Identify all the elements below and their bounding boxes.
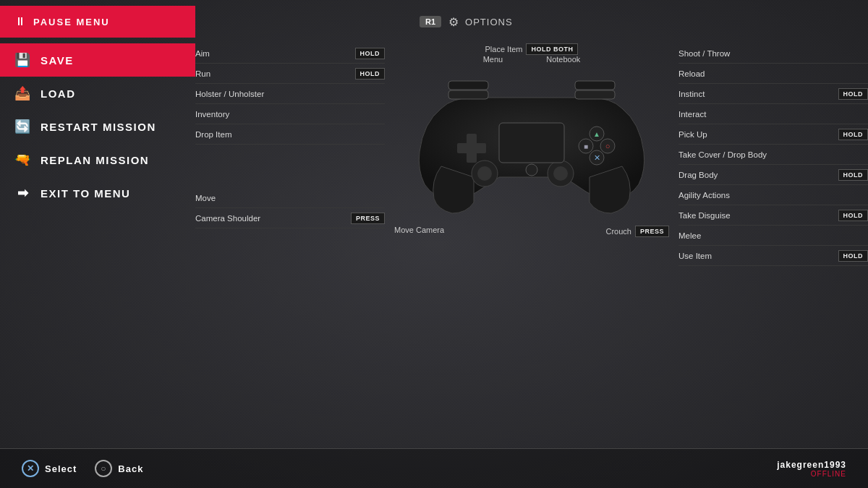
reload-label: Reload [678, 64, 868, 84]
svg-rect-14 [499, 123, 564, 163]
notebook-label: Notebook [546, 55, 580, 64]
replan-label: REPLAN MISSION [41, 154, 149, 166]
circle-button-icon: ○ [95, 460, 112, 477]
svg-point-15 [526, 164, 537, 176]
svg-point-7 [477, 166, 492, 181]
run-label: Run HOLD [195, 64, 385, 84]
holster-label: Holster / Unholster [195, 84, 385, 104]
svg-rect-3 [575, 81, 615, 90]
menu-label: Menu [483, 55, 503, 64]
exit-label: EXIT TO MENU [41, 187, 130, 200]
sidebar-item-load[interactable]: 📤 LOAD [0, 77, 195, 110]
restart-icon: 🔄 [14, 119, 32, 134]
sidebar: 💾 SAVE 📤 LOAD 🔄 RESTART MISSION 🔫 REPLAN… [0, 36, 195, 448]
camera-shoulder-label: Camera Shoulder PRESS [195, 208, 385, 228]
r1-badge: R1 [420, 16, 441, 27]
back-button[interactable]: ○ Back [95, 460, 143, 477]
svg-text:✕: ✕ [594, 153, 600, 162]
load-label: LOAD [41, 87, 76, 100]
drop-item-label: Drop Item [195, 124, 385, 145]
select-button[interactable]: ✕ Select [22, 460, 77, 477]
crouch-group: Crouch PRESS [606, 226, 669, 237]
svg-rect-2 [575, 90, 615, 99]
left-labels: Aim HOLD Run HOLD Holster / Unholster In… [195, 36, 391, 448]
options-icon: ⚙ [448, 15, 459, 29]
melee-label: Melee [678, 226, 868, 246]
sidebar-item-save[interactable]: 💾 SAVE [0, 43, 195, 77]
username: jakegreen1993 [777, 460, 846, 470]
interact-label: Interact [678, 104, 868, 124]
save-icon: 💾 [14, 52, 32, 68]
aim-label: Aim HOLD [195, 43, 385, 64]
header: ⏸ PAUSE MENU R1 ⚙ OPTIONS [0, 0, 868, 36]
controller-panel: Aim HOLD Run HOLD Holster / Unholster In… [195, 36, 868, 448]
load-icon: 📤 [14, 85, 32, 101]
crouch-label: Crouch PRESS [606, 226, 669, 237]
status: OFFLINE [777, 470, 846, 478]
pick-up-label: Pick Up HOLD [678, 124, 868, 145]
back-label: Back [118, 463, 143, 474]
center-controller: Place Item HOLD BOTH Menu Notebook [391, 36, 673, 448]
sidebar-item-restart[interactable]: 🔄 RESTART MISSION [0, 110, 195, 143]
sidebar-item-exit[interactable]: ➡ EXIT TO MENU [0, 176, 195, 210]
menu-notebook-labels: Menu Notebook [483, 55, 581, 64]
svg-rect-5 [457, 143, 486, 153]
right-labels: Shoot / Throw Reload Instinct HOLD Inter… [673, 36, 868, 448]
save-label: SAVE [41, 54, 74, 67]
svg-rect-1 [448, 81, 488, 90]
move-camera-label: Move Camera [394, 226, 444, 234]
exit-icon: ➡ [14, 185, 32, 201]
place-item-label: Place Item HOLD BOTH [485, 43, 579, 55]
options-tab[interactable]: ⚙ OPTIONS [448, 15, 513, 29]
svg-point-9 [553, 166, 568, 181]
move-camera-group: Move Camera [394, 226, 444, 237]
bottom-bar: ✕ Select ○ Back jakegreen1993 OFFLINE [0, 448, 868, 488]
agility-label: Agility Actions [678, 185, 868, 205]
bottom-right: jakegreen1993 OFFLINE [777, 460, 846, 478]
use-item-label: Use Item HOLD [678, 246, 868, 266]
bottom-left: ✕ Select ○ Back [22, 460, 143, 477]
sidebar-item-replan[interactable]: 🔫 REPLAN MISSION [0, 143, 195, 176]
select-label: Select [45, 463, 77, 474]
pause-icon: ⏸ [14, 15, 26, 28]
pause-menu-tab[interactable]: ⏸ PAUSE MENU [0, 6, 195, 38]
options-label: OPTIONS [465, 17, 513, 27]
main-container: ⏸ PAUSE MENU R1 ⚙ OPTIONS 💾 SAVE 📤 LOAD … [0, 0, 868, 488]
shoot-throw-label: Shoot / Throw [678, 43, 868, 64]
content-area: 💾 SAVE 📤 LOAD 🔄 RESTART MISSION 🔫 REPLAN… [0, 36, 868, 448]
spacer-left [195, 145, 385, 188]
svg-text:■: ■ [584, 142, 588, 150]
place-item-group: Place Item HOLD BOTH [485, 43, 579, 55]
replan-icon: 🔫 [14, 152, 32, 168]
instinct-label: Instinct HOLD [678, 84, 868, 104]
take-disguise-label: Take Disguise HOLD [678, 205, 868, 226]
x-button-icon: ✕ [22, 460, 39, 477]
pause-menu-label: PAUSE MENU [33, 17, 110, 27]
move-label: Move [195, 188, 385, 208]
bottom-center-labels: Move Camera Crouch PRESS [391, 226, 673, 237]
svg-rect-0 [448, 90, 488, 99]
svg-text:▲: ▲ [593, 130, 600, 138]
take-cover-label: Take Cover / Drop Body [678, 145, 868, 165]
svg-text:○: ○ [605, 142, 610, 150]
drag-body-label: Drag Body HOLD [678, 165, 868, 185]
top-center-labels: Place Item HOLD BOTH [391, 36, 673, 55]
restart-label: RESTART MISSION [41, 121, 156, 133]
inventory-label: Inventory [195, 104, 385, 124]
controller-image: SHARE OPTIONS ▲ [416, 65, 647, 224]
